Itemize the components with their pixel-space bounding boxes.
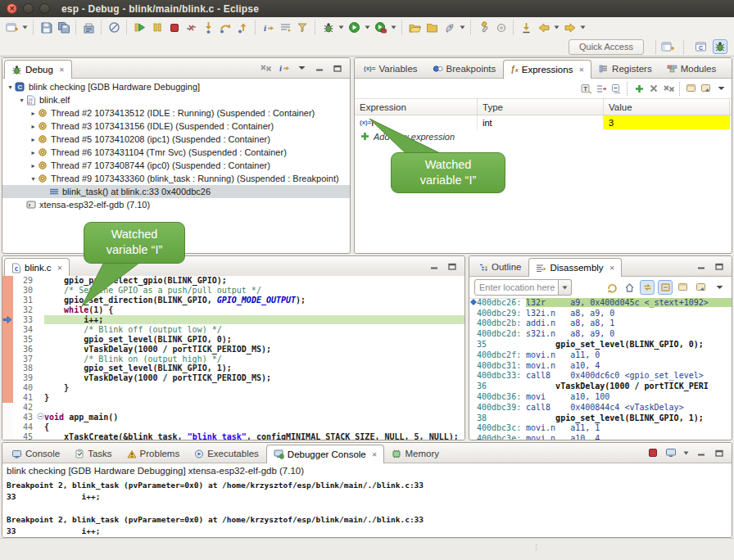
back-button[interactable] [535, 19, 552, 36]
tab-console[interactable]: Console [4, 444, 67, 463]
add-expression-button[interactable] [632, 81, 646, 96]
terminate-button[interactable] [646, 445, 660, 460]
debug-tree-item[interactable]: ▾Thread #9 1073433360 (blink_task : Runn… [2, 172, 350, 185]
debug-tree-item[interactable]: ▸Thread #5 1073410208 (ipc1) (Suspended … [2, 133, 350, 146]
dropdown-arrow-button[interactable] [552, 19, 561, 36]
save-button[interactable] [38, 19, 55, 36]
view-menu-button[interactable] [712, 280, 727, 295]
collapsed-arrow-icon[interactable]: ▸ [29, 136, 38, 143]
remove-all-terminated-button[interactable] [258, 61, 273, 75]
maximize-button[interactable] [330, 61, 345, 75]
home-button[interactable] [622, 280, 637, 295]
breakpoint-ruler[interactable] [2, 296, 13, 305]
show-type-names-button[interactable]: T [579, 81, 594, 96]
location-input[interactable]: Enter location here [474, 279, 559, 296]
debug-tree-item[interactable]: xtensa-esp32-elf-gdb (7.10) [2, 198, 350, 211]
run-button[interactable] [346, 19, 363, 36]
external-tools-button[interactable] [372, 19, 389, 36]
minimize-button[interactable] [312, 61, 327, 75]
column-header-type[interactable]: Type [478, 99, 604, 115]
pin-view-button[interactable] [699, 81, 714, 96]
tab-variables[interactable]: (x)=Variables [356, 59, 425, 78]
close-tab-icon[interactable]: ✕ [57, 264, 63, 272]
expression-row[interactable]: (x)= iint3 [355, 115, 732, 129]
window-close-button[interactable]: ✕ [7, 3, 17, 14]
sync-active-context-button[interactable] [640, 280, 655, 295]
add-expression-row[interactable]: Add new expression [355, 129, 732, 143]
dropdown-arrow-button[interactable] [363, 19, 372, 36]
expanded-arrow-icon[interactable]: ▾ [17, 97, 26, 104]
minimize-button[interactable] [694, 259, 709, 273]
disassembly-listing[interactable]: 400dbc26:l32r a9, 0x400d045c <_stext+109… [469, 297, 732, 440]
breakpoint-ruler[interactable] [2, 364, 13, 373]
launch-button[interactable] [441, 19, 458, 36]
last-edit-location-button[interactable] [518, 19, 535, 36]
quick-access-button[interactable]: Quick Access [569, 39, 644, 55]
debug-button[interactable] [319, 19, 337, 36]
location-dropdown-button[interactable] [559, 279, 572, 296]
tab-modules[interactable]: Modules [659, 59, 723, 78]
collapsed-arrow-icon[interactable]: ▸ [29, 110, 38, 117]
close-tab-icon[interactable]: ✕ [578, 66, 584, 74]
breakpoint-ruler[interactable] [2, 315, 13, 325]
tab-disassembly[interactable]: Disassembly✕ [528, 258, 622, 277]
new-wizard-button[interactable] [3, 19, 20, 36]
view-menu-button[interactable] [294, 61, 309, 75]
minimize-button[interactable] [427, 259, 442, 273]
track-expression-button[interactable] [658, 280, 673, 295]
dropdown-arrow-button[interactable] [578, 19, 587, 36]
build-button[interactable] [80, 19, 97, 36]
remove-all-expressions-button[interactable] [661, 81, 676, 96]
tab-debug[interactable]: Debug✕ [4, 60, 72, 79]
collapsed-arrow-icon[interactable]: ▸ [29, 149, 38, 156]
instruction-stepping-button[interactable]: i [276, 61, 291, 75]
dropdown-arrow-button[interactable] [389, 19, 398, 36]
breakpoint-ruler[interactable] [2, 286, 13, 296]
instruction-stepping-button[interactable]: i [260, 19, 277, 36]
fold-column[interactable] [36, 413, 44, 422]
tab-blink-c[interactable]: cblink.c✕ [4, 258, 70, 277]
breakpoint-ruler[interactable] [2, 403, 13, 413]
open-folder-button[interactable] [424, 19, 441, 36]
debug-launch-tree[interactable]: ▾Cblink checking [GDB Hardware Debugging… [2, 79, 350, 211]
breakpoint-ruler[interactable] [2, 276, 13, 286]
tab-tasks[interactable]: Tasks [67, 444, 119, 463]
cpp-perspective-button[interactable]: C [693, 39, 708, 54]
dropdown-arrow-button[interactable] [682, 445, 691, 462]
tab-debugger-console[interactable]: Debugger Console✕ [266, 445, 385, 463]
show-logical-structures-button[interactable] [594, 81, 609, 96]
breakpoint-ruler[interactable] [2, 393, 13, 403]
debug-perspective-button[interactable] [713, 39, 727, 54]
breakpoint-ruler[interactable] [2, 412, 13, 422]
window-minimize-button[interactable] [23, 3, 34, 14]
mark-occurrences-button[interactable] [492, 19, 510, 36]
dropdown-arrow-button[interactable] [20, 19, 29, 36]
show-layout-button[interactable] [277, 19, 294, 36]
close-tab-icon[interactable]: ✕ [609, 264, 615, 272]
breakpoint-ruler[interactable] [2, 334, 13, 344]
tab-outline[interactable]: Outline [471, 257, 528, 276]
collapse-all-button[interactable] [609, 81, 623, 96]
debug-tree-item[interactable]: ▸Thread #7 1073408744 (ipc0) (Suspended … [2, 159, 350, 172]
close-tab-icon[interactable]: ✕ [372, 451, 378, 458]
use-step-filters-button[interactable] [294, 19, 311, 36]
maximize-button[interactable] [712, 445, 727, 460]
pin-view-button[interactable] [694, 280, 709, 295]
expanded-arrow-icon[interactable]: ▾ [6, 84, 15, 91]
debug-tree-item[interactable]: ▾Cblink checking [GDB Hardware Debugging… [2, 80, 350, 93]
remove-expression-button[interactable] [646, 81, 661, 96]
breakpoint-ruler[interactable] [2, 383, 13, 393]
collapsed-arrow-icon[interactable]: ▸ [29, 123, 38, 130]
skip-all-breakpoints-button[interactable] [106, 19, 123, 36]
maximize-button[interactable] [712, 259, 727, 273]
debug-tree-item[interactable]: ▸Thread #3 1073413156 (IDLE) (Suspended … [2, 120, 350, 133]
breakpoint-ruler[interactable] [2, 373, 13, 383]
tab-breakpoints[interactable]: Breakpoints [425, 59, 504, 78]
dropdown-arrow-button[interactable] [337, 19, 346, 36]
code-editor[interactable]: 29 gpio_pad_select_gpio(BLINK_GPIO);30 /… [2, 276, 464, 440]
search-button[interactable] [475, 19, 492, 36]
display-console-button[interactable] [664, 445, 678, 460]
dropdown-arrow-button[interactable] [458, 19, 467, 36]
new-rendering-button[interactable] [676, 280, 691, 295]
debug-tree-item[interactable]: ▾1001blink.elf [2, 93, 350, 106]
